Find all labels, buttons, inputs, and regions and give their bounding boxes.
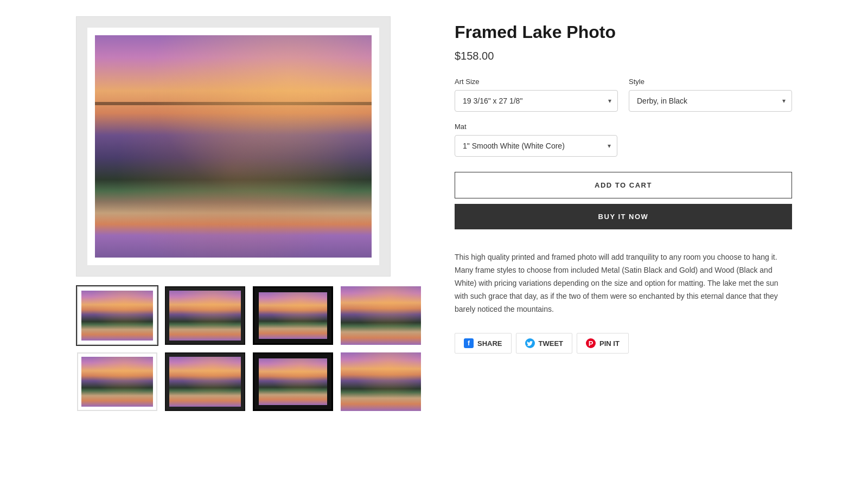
art-size-label: Art Size: [455, 78, 618, 86]
art-size-select[interactable]: 19 3/16" x 27 1/8" 12" x 18" 16" x 24" 2…: [455, 90, 618, 112]
mat-label: Mat: [455, 123, 792, 131]
style-select[interactable]: Derby, in Black Derby, in White Satin Bl…: [629, 90, 792, 112]
thumbnail-3[interactable]: [252, 285, 334, 346]
thumbnail-4[interactable]: [340, 285, 422, 346]
mat-select-wrapper: 1" Smooth White (White Core) No Mat 1" B…: [455, 135, 617, 157]
thumbnail-6[interactable]: [164, 351, 246, 412]
mat-select[interactable]: 1" Smooth White (White Core) No Mat 1" B…: [455, 135, 617, 157]
facebook-icon: f: [464, 338, 474, 348]
page-container: Framed Lake Photo $158.00 Art Size 19 3/…: [54, 0, 814, 428]
art-size-select-wrapper: 19 3/16" x 27 1/8" 12" x 18" 16" x 24" 2…: [455, 90, 618, 112]
main-image-inner: [87, 28, 379, 265]
pin-button[interactable]: P PIN IT: [577, 333, 629, 354]
thumbnail-5[interactable]: [76, 351, 158, 412]
product-description: This high quality printed and framed pho…: [455, 251, 791, 316]
style-label: Style: [629, 78, 792, 86]
style-select-wrapper: Derby, in Black Derby, in White Satin Bl…: [629, 90, 792, 112]
style-group: Style Derby, in Black Derby, in White Sa…: [629, 78, 792, 112]
share-label: SHARE: [477, 339, 502, 348]
thumbnail-7[interactable]: [252, 351, 334, 412]
twitter-icon: [525, 338, 535, 348]
options-row: Art Size 19 3/16" x 27 1/8" 12" x 18" 16…: [455, 78, 792, 112]
main-image-wrapper: [76, 16, 391, 277]
left-panel: [76, 16, 422, 412]
thumbnail-1[interactable]: [76, 285, 158, 346]
main-product-image: [95, 35, 372, 258]
thumbnail-8[interactable]: [340, 351, 422, 412]
pin-label: PIN IT: [599, 339, 620, 348]
mat-group: Mat 1" Smooth White (White Core) No Mat …: [455, 123, 792, 157]
social-buttons: f SHARE TWEET P PIN IT: [455, 333, 792, 354]
thumbnails-grid: [76, 285, 422, 412]
right-panel: Framed Lake Photo $158.00 Art Size 19 3/…: [455, 16, 792, 412]
tweet-button[interactable]: TWEET: [516, 333, 573, 354]
buy-it-now-button[interactable]: BUY IT NOW: [455, 204, 792, 229]
product-title: Framed Lake Photo: [455, 22, 792, 42]
add-to-cart-button[interactable]: ADD TO CART: [455, 172, 792, 198]
thumbnail-2[interactable]: [164, 285, 246, 346]
pinterest-icon: P: [586, 338, 596, 348]
art-size-group: Art Size 19 3/16" x 27 1/8" 12" x 18" 16…: [455, 78, 618, 112]
tweet-label: TWEET: [539, 339, 564, 348]
product-price: $158.00: [455, 50, 792, 62]
share-button[interactable]: f SHARE: [455, 333, 512, 354]
